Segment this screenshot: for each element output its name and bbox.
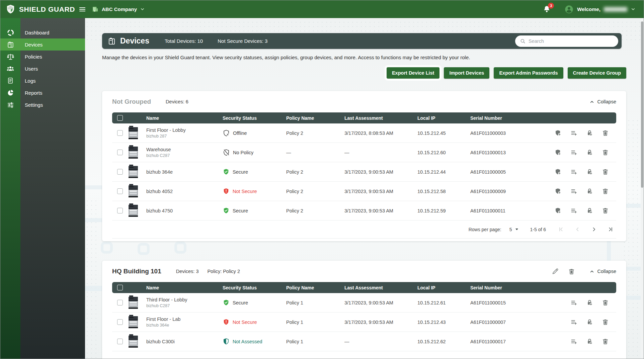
row-checkbox[interactable]: [117, 188, 123, 194]
row-checkbox[interactable]: [117, 319, 123, 325]
welcome-label: Welcome,: [577, 6, 600, 12]
row-actions: [547, 149, 616, 156]
row-checkbox[interactable]: [117, 169, 123, 175]
collapse-label: Collapse: [597, 99, 616, 104]
status-not-secure-icon: [223, 188, 230, 195]
row-checkbox[interactable]: [117, 130, 123, 136]
collapse-button[interactable]: Collapse: [589, 99, 616, 104]
delete-group-icon[interactable]: [568, 268, 575, 275]
policy-name: Policy 2: [286, 130, 344, 136]
add-to-group-icon[interactable]: [570, 207, 577, 214]
scrollbar-thumb[interactable]: [641, 21, 643, 188]
view-password-icon[interactable]: [586, 149, 593, 156]
assign-policy-icon[interactable]: [555, 188, 562, 195]
devices-icon: [107, 37, 116, 46]
row-checkbox[interactable]: [117, 300, 123, 305]
sidebar-item-logs[interactable]: Logs: [0, 75, 85, 87]
brand: SHIELD GUARD: [0, 4, 85, 15]
collapse-button[interactable]: Collapse: [589, 269, 616, 274]
sidebar-item-reports[interactable]: Reports: [0, 87, 85, 99]
rows-per-page[interactable]: Rows per page: 5: [469, 227, 518, 232]
assign-policy-icon[interactable]: [555, 149, 562, 156]
delete-icon[interactable]: [602, 149, 609, 156]
view-password-icon[interactable]: [586, 319, 593, 326]
delete-icon[interactable]: [602, 168, 609, 175]
import-devices-button[interactable]: Import Devices: [444, 67, 489, 79]
sidebar-item-label: Logs: [20, 78, 36, 84]
export-admin-passwords-button[interactable]: Export Admin Passwords: [494, 67, 563, 79]
sidebar-item-devices[interactable]: Devices: [0, 38, 85, 51]
last-page-icon[interactable]: [607, 226, 614, 233]
local-ip: 10.15.212.61: [417, 300, 470, 305]
security-status: Secure: [223, 299, 286, 306]
select-all-checkbox[interactable]: [117, 285, 123, 290]
first-page-icon[interactable]: [558, 226, 564, 233]
delete-icon[interactable]: [602, 299, 609, 306]
view-password-icon[interactable]: [586, 207, 593, 214]
vertical-scrollbar[interactable]: [641, 18, 644, 359]
device-name: bizhub 4750: [146, 208, 223, 213]
last-assessment: 3/17/2023, 9:00:53 AM: [344, 208, 417, 213]
last-assessment: 3/17/2023, 9:00:53 AM: [344, 169, 417, 175]
view-password-icon[interactable]: [586, 129, 593, 137]
hamburger-menu-icon[interactable]: [78, 5, 86, 13]
notifications-button[interactable]: 3: [543, 5, 551, 13]
view-password-icon[interactable]: [586, 188, 593, 195]
delete-icon[interactable]: [602, 129, 609, 137]
search-input[interactable]: [529, 38, 614, 44]
device-image: [128, 203, 139, 218]
next-page-icon[interactable]: [591, 226, 597, 233]
sidebar-item-dashboard[interactable]: Dashboard: [0, 26, 85, 38]
policy-name: —: [286, 150, 344, 155]
status-label: Secure: [233, 208, 248, 213]
column-header: Name: [146, 285, 223, 290]
add-to-group-icon[interactable]: [570, 168, 577, 175]
add-to-group-icon[interactable]: [570, 188, 577, 195]
add-to-group-icon[interactable]: [570, 149, 577, 156]
group-header: HQ Building 101 Devices: 3 Policy: Polic…: [112, 261, 616, 282]
delete-icon[interactable]: [602, 207, 609, 214]
select-all-checkbox[interactable]: [117, 115, 123, 121]
sidebar-item-policies[interactable]: Policies: [0, 51, 85, 63]
export-device-list-button[interactable]: Export Device List: [387, 67, 440, 79]
group-policy: Policy: Policy 2: [207, 269, 240, 274]
add-to-group-icon[interactable]: [570, 319, 577, 326]
devices-icon: [0, 41, 20, 49]
device-name: First Floor - Lobby: [146, 127, 223, 133]
create-device-group-button[interactable]: Create Device Group: [568, 67, 626, 79]
add-to-group-icon[interactable]: [570, 299, 577, 306]
delete-icon[interactable]: [602, 188, 609, 195]
view-password-icon[interactable]: [586, 168, 593, 175]
previous-page-icon[interactable]: [574, 226, 581, 233]
row-checkbox[interactable]: [117, 208, 123, 213]
row-checkbox[interactable]: [117, 150, 123, 155]
column-header: Security Status: [223, 285, 286, 290]
sidebar-item-settings[interactable]: Settings: [0, 99, 85, 111]
building-icon: [92, 6, 99, 13]
last-assessment: 3/17/2023, 9:00:53 AM: [344, 189, 417, 194]
delete-icon[interactable]: [602, 338, 609, 345]
row-actions: [547, 207, 616, 214]
status-secure-icon: [223, 299, 230, 306]
add-to-group-icon[interactable]: [570, 129, 577, 137]
assign-policy-icon[interactable]: [555, 207, 562, 214]
device-row: First Floor - Lobbybizhub 287OfflinePoli…: [112, 123, 616, 143]
status-not-assessed-icon: [223, 338, 230, 345]
assign-policy-icon[interactable]: [555, 168, 562, 175]
group-header: Not Grouped Devices: 6 Collapse: [112, 91, 616, 112]
user-menu[interactable]: Welcome,: [564, 5, 636, 14]
column-header: Local IP: [417, 115, 470, 121]
view-password-icon[interactable]: [586, 338, 593, 345]
column-header: Name: [146, 115, 223, 121]
row-checkbox[interactable]: [117, 339, 123, 344]
status-label: Secure: [233, 169, 248, 175]
tenant-selector[interactable]: ABC Company: [92, 6, 145, 13]
delete-icon[interactable]: [602, 319, 609, 326]
group-devices-count: Devices: 6: [166, 99, 188, 104]
edit-group-icon[interactable]: [552, 268, 559, 275]
view-password-icon[interactable]: [586, 299, 593, 306]
table-header-row: NameSecurity StatusPolicy NameLast Asses…: [112, 282, 616, 293]
assign-policy-icon[interactable]: [555, 129, 562, 137]
sidebar-item-users[interactable]: Users: [0, 63, 85, 75]
add-to-group-icon[interactable]: [570, 338, 577, 345]
